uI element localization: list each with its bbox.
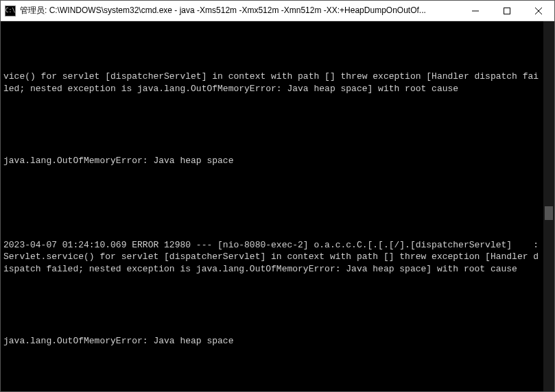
svg-rect-1 [504, 8, 510, 14]
close-icon [535, 8, 542, 14]
blank-line [3, 371, 541, 384]
minimize-button[interactable] [460, 1, 491, 21]
close-button[interactable] [523, 1, 554, 21]
scrollbar-thumb[interactable] [545, 206, 553, 220]
cmd-icon: C:\ [5, 5, 16, 16]
log-line: java.lang.OutOfMemoryError: Java heap sp… [3, 155, 541, 167]
blank-line [3, 191, 541, 204]
blank-line [3, 299, 541, 312]
blank-line [3, 119, 541, 131]
console-content: vice() for servlet [dispatcherServlet] i… [3, 47, 541, 391]
log-line: 2023-04-07 01:24:10.069 ERROR 12980 --- … [3, 239, 541, 275]
vertical-scrollbar[interactable] [543, 21, 554, 391]
maximize-button[interactable] [491, 1, 523, 21]
console-area[interactable]: vice() for servlet [dispatcherServlet] i… [1, 21, 554, 391]
window-title: 管理员: C:\WINDOWS\system32\cmd.exe - java … [20, 5, 460, 16]
window-controls [460, 1, 554, 21]
window-titlebar: C:\ 管理员: C:\WINDOWS\system32\cmd.exe - j… [1, 1, 554, 21]
maximize-icon [504, 8, 510, 14]
log-line: vice() for servlet [dispatcherServlet] i… [3, 71, 541, 95]
minimize-icon [472, 8, 479, 14]
log-line: java.lang.OutOfMemoryError: Java heap sp… [3, 335, 541, 347]
